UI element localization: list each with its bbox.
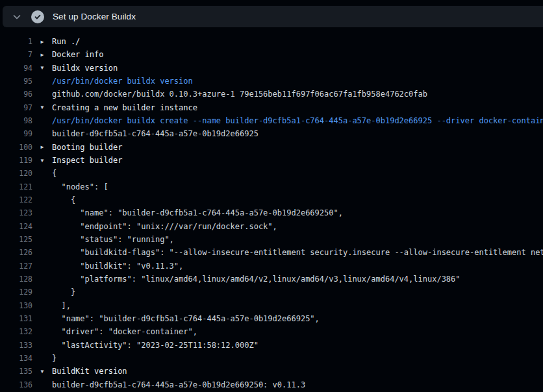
log-line: 121 "nodes": [ <box>0 180 543 193</box>
log-line-text: Booting builder <box>52 143 543 152</box>
log-line: 132 "driver": "docker-container", <box>0 325 543 338</box>
log-line-text: ], <box>52 301 543 310</box>
log-line-text: "status": "running", <box>52 235 543 244</box>
log-line: 126 "buildkitd-flags": "--allow-insecure… <box>0 246 543 259</box>
triangle-down-icon[interactable]: ▼ <box>32 158 52 164</box>
step-title: Set up Docker Buildx <box>53 12 136 21</box>
log-line-text: } <box>52 288 543 297</box>
triangle-down-icon[interactable]: ▼ <box>32 104 52 110</box>
log-line: 120 { <box>0 167 543 180</box>
line-number[interactable]: 132 <box>0 327 32 336</box>
line-number[interactable]: 7 <box>0 50 32 59</box>
line-number[interactable]: 94 <box>0 64 32 73</box>
triangle-down-icon[interactable]: ▼ <box>32 65 52 71</box>
line-number[interactable]: 135 <box>0 367 32 376</box>
log-line: 134 } <box>0 352 543 365</box>
log-line-text: /usr/bin/docker buildx create --name bui… <box>52 116 543 125</box>
log-line-text: Inspect builder <box>52 156 543 165</box>
triangle-right-icon[interactable]: ▶ <box>32 144 52 150</box>
log-line-text: "driver": "docker-container", <box>52 327 543 336</box>
line-number[interactable]: 126 <box>0 248 32 257</box>
chevron-down-icon[interactable] <box>12 12 22 22</box>
log-line: 127 "buildkit": "v0.11.3", <box>0 260 543 273</box>
log-line[interactable]: 119 ▼ Inspect builder <box>0 154 543 167</box>
log-line-text: builder-d9cfb5a1-c764-445a-a57e-0b19d2e6… <box>52 380 543 389</box>
log-line-text: "name": "builder-d9cfb5a1-c764-445a-a57e… <box>52 208 543 217</box>
log-line-text: Buildx version <box>52 64 543 73</box>
log-line: 123 "name": "builder-d9cfb5a1-c764-445a-… <box>0 206 543 219</box>
log-container: 1 ▶ Run ./ 7 ▶ Docker info 94 ▼ Buildx v… <box>0 27 543 391</box>
triangle-right-icon[interactable]: ▶ <box>32 39 52 45</box>
line-number[interactable]: 123 <box>0 208 32 217</box>
log-line-text: "lastActivity": "2023-02-25T11:58:12.000… <box>52 341 543 350</box>
line-number[interactable]: 134 <box>0 354 32 363</box>
log-line: 95 /usr/bin/docker buildx version <box>0 75 543 88</box>
log-line-text: Run ./ <box>52 37 543 46</box>
log-line: 98 /usr/bin/docker buildx create --name … <box>0 114 543 127</box>
log-line: 125 "status": "running", <box>0 233 543 246</box>
log-line[interactable]: 1 ▶ Run ./ <box>0 35 543 48</box>
line-number[interactable]: 125 <box>0 235 32 244</box>
log-line[interactable]: 7 ▶ Docker info <box>0 48 543 61</box>
line-number[interactable]: 99 <box>0 129 32 138</box>
log-line-text: builder-d9cfb5a1-c764-445a-a57e-0b19d2e6… <box>52 129 543 138</box>
log-line[interactable]: 135 ▼ BuildKit version <box>0 365 543 378</box>
log-line[interactable]: 94 ▼ Buildx version <box>0 62 543 75</box>
triangle-down-icon[interactable]: ▼ <box>32 369 52 374</box>
line-number[interactable]: 131 <box>0 314 32 323</box>
line-number[interactable]: 1 <box>0 37 32 46</box>
log-line: 99 builder-d9cfb5a1-c764-445a-a57e-0b19d… <box>0 127 543 140</box>
line-number[interactable]: 124 <box>0 222 32 231</box>
line-number[interactable]: 97 <box>0 103 32 112</box>
check-circle-icon <box>31 10 44 23</box>
line-number[interactable]: 128 <box>0 275 32 284</box>
log-line-text: "platforms": "linux/amd64,linux/amd64/v2… <box>52 275 543 284</box>
line-number[interactable]: 122 <box>0 195 32 204</box>
log-line-text: /usr/bin/docker buildx version <box>52 77 543 86</box>
log-line-text: "name": "builder-d9cfb5a1-c764-445a-a57e… <box>52 314 543 323</box>
log-line-text: "buildkit": "v0.11.3", <box>52 262 543 271</box>
log-line[interactable]: 100 ▶ Booting builder <box>0 141 543 154</box>
log-line-text: } <box>52 354 543 363</box>
log-line-text: Docker info <box>52 50 543 59</box>
line-number[interactable]: 98 <box>0 116 32 125</box>
log-line: 122 { <box>0 193 543 206</box>
line-number[interactable]: 133 <box>0 341 32 350</box>
line-number[interactable]: 119 <box>0 156 32 165</box>
log-line-text: github.com/docker/buildx 0.10.3+azure-1 … <box>52 90 543 99</box>
log-line: 136 builder-d9cfb5a1-c764-445a-a57e-0b19… <box>0 378 543 391</box>
line-number[interactable]: 100 <box>0 143 32 152</box>
log-line-text: "endpoint": "unix:///var/run/docker.sock… <box>52 222 543 231</box>
log-line-text: "buildkitd-flags": "--allow-insecure-ent… <box>52 248 543 257</box>
log-line: 96 github.com/docker/buildx 0.10.3+azure… <box>0 88 543 101</box>
line-number[interactable]: 121 <box>0 182 32 191</box>
log-line-text: { <box>52 169 543 178</box>
line-number[interactable]: 130 <box>0 301 32 310</box>
log-line: 131 "name": "builder-d9cfb5a1-c764-445a-… <box>0 312 543 325</box>
log-line: 128 "platforms": "linux/amd64,linux/amd6… <box>0 273 543 286</box>
log-line: 124 "endpoint": "unix:///var/run/docker.… <box>0 220 543 233</box>
line-number[interactable]: 95 <box>0 77 32 86</box>
line-number[interactable]: 129 <box>0 288 32 297</box>
log-line-text: Creating a new builder instance <box>52 103 543 112</box>
log-line-text: BuildKit version <box>52 367 543 376</box>
log-line: 133 "lastActivity": "2023-02-25T11:58:12… <box>0 339 543 352</box>
step-header[interactable]: Set up Docker Buildx <box>3 6 543 27</box>
line-number[interactable]: 96 <box>0 90 32 99</box>
line-number[interactable]: 136 <box>0 380 32 389</box>
log-line: 130 ], <box>0 299 543 312</box>
log-line: 129 } <box>0 286 543 299</box>
log-line[interactable]: 97 ▼ Creating a new builder instance <box>0 101 543 114</box>
line-number[interactable]: 127 <box>0 262 32 271</box>
triangle-right-icon[interactable]: ▶ <box>32 52 52 58</box>
line-number[interactable]: 120 <box>0 169 32 178</box>
log-line-text: { <box>52 195 543 204</box>
log-line-text: "nodes": [ <box>52 182 543 191</box>
